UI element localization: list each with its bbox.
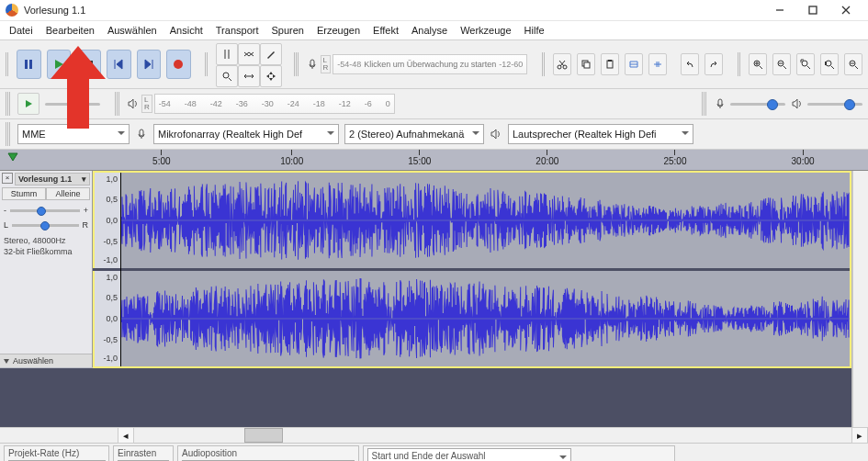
play-button[interactable] — [47, 50, 72, 79]
timeshift-tool-button[interactable] — [238, 65, 260, 87]
selection-bar: Projekt-Rate (Hz) 48000 Einrasten Aus Au… — [0, 443, 868, 461]
undo-button[interactable] — [681, 53, 699, 75]
zoom-in-button[interactable] — [749, 53, 767, 75]
combo-value: Mikrofonarray (Realtek High Def — [158, 129, 302, 140]
audio-host-combo[interactable]: MME — [17, 124, 130, 144]
recording-meter[interactable]: LR -54 -48 -12 -6 0 Klicken um Überwachu… — [306, 54, 528, 74]
window-title: Vorlesung 1.1 — [24, 5, 763, 16]
menu-generate[interactable]: Erzeugen — [311, 23, 366, 38]
app-logo-icon — [6, 4, 18, 17]
toolbar-grip-icon[interactable] — [702, 92, 706, 116]
maximize-button[interactable] — [796, 0, 829, 20]
db-tick: -54 — [159, 99, 171, 108]
db-tick: -36 — [236, 99, 248, 108]
skip-end-button[interactable] — [137, 50, 162, 79]
audio-position-panel: Audioposition 0 0 h 0 0 min 0 0 , 0 0 0s… — [177, 445, 359, 461]
copy-button[interactable] — [577, 53, 595, 75]
zoom-out-button[interactable] — [772, 53, 791, 75]
solo-button[interactable]: Alleine — [46, 187, 90, 200]
toolbar-grip-icon[interactable] — [294, 52, 298, 76]
close-button[interactable] — [829, 0, 862, 20]
waveform-channel-right: 1,0 0,5 0,0 -0,5 -1,0 — [93, 271, 850, 366]
toolbar-grip-icon[interactable] — [6, 52, 9, 76]
redo-button[interactable] — [705, 53, 723, 75]
db-tick: -12 — [339, 99, 351, 108]
stop-button[interactable] — [76, 50, 101, 79]
selection-mode-combo[interactable]: Start und Ende der Auswahl — [367, 448, 571, 461]
menu-help[interactable]: Hilfe — [519, 23, 550, 38]
trim-button[interactable] — [625, 53, 643, 75]
scroll-left-button[interactable]: ◂ — [118, 427, 134, 444]
playback-speed-slider[interactable] — [45, 103, 100, 106]
toolbar-grip-icon[interactable] — [205, 52, 209, 76]
silence-button[interactable] — [648, 53, 667, 75]
svg-rect-9 — [584, 62, 590, 68]
toolbar-grip-icon[interactable] — [542, 52, 546, 76]
db-tick: -6 — [365, 99, 372, 108]
track-menu-button[interactable]: Vorlesung 1.1▾ — [15, 173, 90, 186]
envelope-tool-button[interactable] — [238, 43, 260, 65]
horizontal-scrollbar[interactable]: ◂ ▸ — [0, 427, 868, 443]
toolbar-grip-icon[interactable] — [738, 52, 741, 76]
empty-track-area[interactable] — [0, 368, 851, 427]
cut-button[interactable] — [553, 53, 571, 75]
menu-view[interactable]: Ansicht — [164, 23, 209, 38]
playback-volume-slider[interactable] — [791, 97, 862, 110]
menu-tools[interactable]: Werkzeuge — [455, 23, 516, 38]
skip-start-button[interactable] — [107, 50, 131, 79]
scroll-right-button[interactable]: ▸ — [851, 427, 868, 444]
menu-effect[interactable]: Effekt — [367, 23, 404, 38]
playback-device-combo[interactable]: Lautsprecher (Realtek High Defi — [508, 124, 693, 144]
zoom-fit-button[interactable] — [820, 53, 839, 75]
pause-button[interactable] — [17, 50, 41, 79]
db-tick: -6 — [511, 60, 518, 69]
db-tick: -30 — [262, 99, 274, 108]
menu-file[interactable]: Datei — [4, 23, 39, 38]
meter-channel-r: R — [323, 64, 329, 72]
draw-tool-button[interactable] — [260, 43, 282, 65]
track-close-button[interactable]: × — [2, 173, 13, 184]
toolbar-grip-icon[interactable] — [115, 92, 119, 116]
snap-panel: Einrasten Aus — [113, 445, 174, 461]
toolbar-grip-icon[interactable] — [6, 122, 10, 146]
selection-tool-button[interactable] — [216, 43, 238, 65]
audio-position-label: Audioposition — [182, 448, 355, 458]
recording-channels-combo[interactable]: 2 (Stereo) Aufnahmekanä — [344, 124, 484, 144]
menu-tracks[interactable]: Spuren — [265, 23, 309, 38]
db-tick: -54 — [337, 60, 349, 69]
waveform-display[interactable]: 1,0 0,5 0,0 -0,5 -1,0 1,0 0,5 0,0 -0,5 -… — [93, 171, 851, 368]
play-cursor — [120, 173, 121, 366]
mute-button[interactable]: Stumm — [2, 187, 46, 200]
multi-tool-button[interactable] — [260, 65, 282, 87]
menu-transport[interactable]: Transport — [210, 23, 265, 38]
zoom-toggle-button[interactable] — [844, 53, 862, 75]
zoom-selection-button[interactable] — [796, 53, 815, 75]
svg-rect-0 — [809, 6, 817, 14]
menu-select[interactable]: Auswählen — [102, 23, 163, 38]
timeline-ruler[interactable]: 5:0010:0015:0020:0025:0030:00 — [0, 150, 868, 171]
snap-label: Einrasten — [118, 448, 169, 458]
toolbar-grip-icon[interactable] — [6, 92, 10, 116]
gain-slider[interactable]: -+ — [4, 206, 88, 215]
track-select-button[interactable]: Auswählen — [0, 354, 92, 367]
playback-meter[interactable]: LR -54 -48 -42 -36 -30 -24 -18 -12 -6 0 — [127, 94, 395, 114]
recording-volume-slider[interactable] — [714, 97, 785, 110]
combo-value: Start und Ende der Auswahl — [372, 451, 486, 461]
play-at-speed-button[interactable] — [17, 93, 39, 115]
transport-toolbar: LR -54 -48 -12 -6 0 Klicken um Überwachu… — [0, 40, 868, 89]
pan-slider[interactable]: LR — [4, 220, 88, 230]
meter-hint: Klicken um Überwachung zu starten — [364, 60, 496, 69]
record-button[interactable] — [166, 50, 191, 79]
vertical-scrollbar[interactable] — [852, 171, 868, 427]
menu-edit[interactable]: Bearbeiten — [40, 23, 100, 38]
recording-device-combo[interactable]: Mikrofonarray (Realtek High Def — [153, 124, 339, 144]
vertical-scale[interactable]: 1,0 0,5 0,0 -0,5 -1,0 — [93, 271, 121, 366]
zoom-tool-button[interactable] — [216, 65, 238, 87]
paste-button[interactable] — [601, 53, 619, 75]
speaker-icon — [490, 128, 502, 141]
minimize-button[interactable] — [763, 0, 796, 20]
scroll-thumb[interactable] — [244, 428, 283, 443]
vertical-scale[interactable]: 1,0 0,5 0,0 -0,5 -1,0 — [93, 173, 121, 268]
microphone-icon — [135, 128, 148, 141]
menu-analyze[interactable]: Analyse — [406, 23, 453, 38]
